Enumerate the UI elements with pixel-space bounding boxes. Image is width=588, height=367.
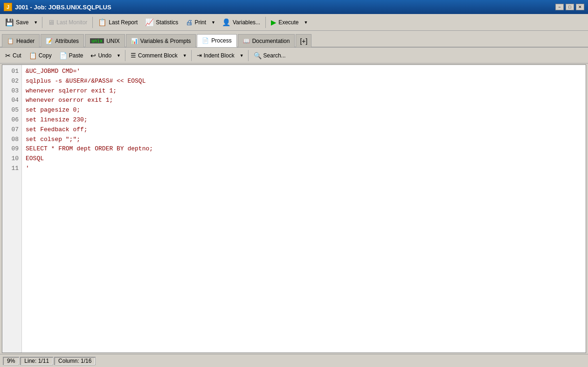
execute-split-button[interactable]: ▶ Execute ▼ xyxy=(268,16,310,29)
execute-button[interactable]: ▶ Execute xyxy=(268,16,301,29)
tab-unix[interactable]: unix UNIX xyxy=(85,34,125,47)
tab-attributes[interactable]: 📝 Attributes xyxy=(41,34,84,47)
line-num: 10 xyxy=(5,154,19,164)
last-monitor-button[interactable]: 🖥 Last Monitor xyxy=(44,16,90,29)
line-num: 02 xyxy=(5,77,19,86)
comment-dropdown-arrow[interactable]: ▼ xyxy=(180,49,189,62)
window-controls: − □ ✕ xyxy=(555,4,584,10)
line-indicator: Line: 1/11 xyxy=(20,357,53,365)
print-icon: 🖨 xyxy=(186,18,193,26)
report-icon: 📋 xyxy=(98,18,107,27)
indent-block-split[interactable]: ⇥ Indent Block ▼ xyxy=(194,49,246,62)
minimize-button[interactable]: − xyxy=(555,4,564,10)
line-num: 06 xyxy=(5,115,19,125)
execute-dropdown-arrow[interactable]: ▼ xyxy=(301,16,310,29)
separator-5 xyxy=(191,50,192,61)
undo-split-button[interactable]: ↩ Undo ▼ xyxy=(87,49,123,62)
unix-tab-icon: unix xyxy=(90,38,104,43)
execute-icon: ▶ xyxy=(271,18,277,27)
copy-button[interactable]: 📋 Copy xyxy=(26,49,55,62)
edit-toolbar: ✂ Cut 📋 Copy 📄 Paste ↩ Undo ▼ ☰ Comment … xyxy=(0,48,588,64)
separator-4 xyxy=(125,50,125,61)
variables-tab-icon: 📊 xyxy=(131,38,138,44)
indent-block-button[interactable]: ⇥ Indent Block xyxy=(194,49,237,62)
paste-button[interactable]: 📄 Paste xyxy=(56,49,87,62)
search-icon: 🔍 xyxy=(254,52,262,59)
separator-3 xyxy=(265,17,266,28)
undo-dropdown-arrow[interactable]: ▼ xyxy=(114,49,123,62)
editor-area: 01 02 03 04 05 06 07 08 09 10 11 &UC_JOB… xyxy=(0,64,588,354)
title-bar: J J001 - Job: JOBS.UNIX.SQLPLUS − □ ✕ xyxy=(0,0,588,14)
comment-block-split[interactable]: ☰ Comment Block ▼ xyxy=(127,49,189,62)
cut-icon: ✂ xyxy=(5,52,11,59)
save-dropdown-arrow[interactable]: ▼ xyxy=(31,16,40,29)
header-tab-icon: 📋 xyxy=(7,38,14,44)
close-button[interactable]: ✕ xyxy=(576,4,584,10)
save-button[interactable]: 💾 Save xyxy=(2,16,31,29)
app-icon: J xyxy=(4,3,12,11)
save-split-button[interactable]: 💾 Save ▼ xyxy=(2,16,40,29)
comment-icon: ☰ xyxy=(131,52,136,59)
comment-block-button[interactable]: ☰ Comment Block xyxy=(127,49,180,62)
zoom-indicator: 9% xyxy=(3,357,19,365)
line-num: 07 xyxy=(5,125,19,135)
window-title: J001 - Job: JOBS.UNIX.SQLPLUS xyxy=(15,4,111,11)
tab-documentation[interactable]: 📖 Documentation xyxy=(238,34,295,47)
documentation-tab-icon: 📖 xyxy=(243,38,250,44)
tab-bar: 📋 Header 📝 Attributes unix UNIX 📊 Variab… xyxy=(0,31,588,48)
indent-icon: ⇥ xyxy=(197,52,202,59)
line-num: 09 xyxy=(5,144,19,154)
status-bar: 9% Line: 1/11 Column: 1/16 xyxy=(0,354,588,367)
paste-icon: 📄 xyxy=(59,52,67,59)
print-button[interactable]: 🖨 Print xyxy=(182,16,209,29)
separator-2 xyxy=(92,17,93,28)
undo-button[interactable]: ↩ Undo xyxy=(87,49,114,62)
copy-icon: 📋 xyxy=(29,52,37,59)
save-icon: 💾 xyxy=(5,18,14,27)
variables-icon: 👤 xyxy=(222,18,231,27)
print-dropdown-arrow[interactable]: ▼ xyxy=(209,16,218,29)
monitor-icon: 🖥 xyxy=(48,18,55,26)
line-num: 04 xyxy=(5,96,19,106)
statistics-button[interactable]: 📈 Statistics xyxy=(142,16,181,29)
indent-dropdown-arrow[interactable]: ▼ xyxy=(237,49,246,62)
attributes-tab-icon: 📝 xyxy=(46,38,53,44)
maximize-button[interactable]: □ xyxy=(566,4,574,10)
tab-add-button[interactable]: [+] xyxy=(296,34,311,47)
separator-1 xyxy=(42,17,42,28)
line-num: 11 xyxy=(5,164,19,174)
variables-button[interactable]: 👤 Variables... xyxy=(219,16,263,29)
line-num: 05 xyxy=(5,106,19,115)
cut-button[interactable]: ✂ Cut xyxy=(2,49,25,62)
tab-variables[interactable]: 📊 Variables & Prompts xyxy=(126,34,196,47)
statistics-icon: 📈 xyxy=(145,18,154,27)
print-split-button[interactable]: 🖨 Print ▼ xyxy=(182,16,218,29)
process-tab-icon: 📄 xyxy=(202,37,209,44)
code-editor[interactable]: 01 02 03 04 05 06 07 08 09 10 11 &UC_JOB… xyxy=(2,64,586,353)
separator-6 xyxy=(248,50,249,61)
tab-process[interactable]: 📄 Process xyxy=(197,34,236,47)
line-num: 08 xyxy=(5,135,19,145)
line-num: 01 xyxy=(5,67,19,77)
code-text-area[interactable]: &UC_JOBMD CMD=' sqlplus -s &USER#/&PASS#… xyxy=(22,65,586,353)
column-indicator: Column: 1/16 xyxy=(54,357,96,365)
main-toolbar: 💾 Save ▼ 🖥 Last Monitor 📋 Last Report 📈 … xyxy=(0,14,588,31)
tab-header[interactable]: 📋 Header xyxy=(2,34,40,47)
line-num: 03 xyxy=(5,86,19,96)
last-report-button[interactable]: 📋 Last Report xyxy=(95,16,141,29)
search-button[interactable]: 🔍 Search... xyxy=(250,49,289,62)
line-numbers: 01 02 03 04 05 06 07 08 09 10 11 xyxy=(2,65,22,353)
undo-icon: ↩ xyxy=(90,52,96,59)
